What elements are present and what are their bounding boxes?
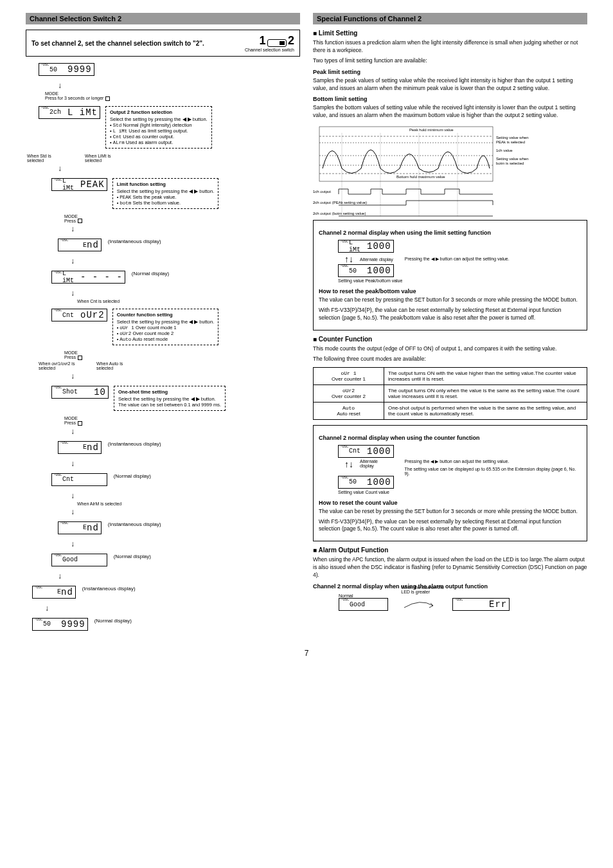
peak-p: Samples the peak values of setting value… — [313, 77, 587, 93]
when-alrm-label: When AlrM is selected — [77, 502, 300, 506]
reset-count-p1: The value can be reset by pressing the S… — [319, 508, 582, 516]
seg-end-final: ▫DSC E nd — [32, 586, 76, 599]
seg-cnt2: ▫DSC Cnt — [51, 473, 107, 486]
table-row: oUr2Over counter 2 The output turns ON o… — [314, 384, 587, 402]
limit-title: ■ Limit Setting — [313, 30, 587, 37]
normal-label-3: (Normal display) — [114, 554, 151, 559]
seg-initial: ▫DSC 50 9999 — [39, 63, 94, 76]
seg-cnt: ▫DSC Cnt oUr2 — [51, 309, 107, 321]
when-std-label: When Std is selected — [27, 154, 59, 163]
normal-label-4: (Normal display) — [94, 618, 132, 624]
counter-title: ■ Counter Function — [313, 336, 587, 343]
alarm-title: ■ Alarm Output Function — [313, 547, 587, 554]
svg-text:2ch output (botm setting value: 2ch output (botm setting value) — [313, 212, 366, 215]
counter-p1: This mode counts the output (edge of OFF… — [313, 345, 587, 353]
svg-text:2ch output (PEAk setting value: 2ch output (PEAk setting value) — [313, 201, 367, 204]
when-cnt-label: When Cnt is selected — [77, 299, 300, 303]
peak-title: Peak limit setting — [313, 69, 587, 75]
svg-text:1ch value: 1ch value — [496, 149, 513, 152]
counter-fn-box: Counter function setting Select the sett… — [112, 309, 219, 345]
seg-end2: ▫DSC E nd — [58, 441, 102, 454]
seg-box2-1: ▫DSC Cnt 1000 — [338, 445, 394, 458]
svg-text:botm is selected: botm is selected — [496, 161, 524, 165]
reset-peak-p2: With FS-V33(P)/34(P), the value can be r… — [319, 307, 582, 322]
instant-label-2: (Instantaneous display) — [108, 441, 161, 447]
seg-good: ▫DSC Good — [51, 554, 107, 566]
seg-shot: ▫DSC Shot 10 — [51, 386, 109, 399]
limit-display-box: Channel 2 normal display when using the … — [313, 220, 587, 330]
instruction-box: To set channel 2, set the channel select… — [26, 30, 300, 57]
when-ovr-label: When ovr1/ovr2 is selected — [39, 361, 77, 370]
table-row: oUr 1Over counter 1 The output turns ON … — [314, 367, 587, 384]
out2-fn-box: Output 2 function selection Select the s… — [105, 106, 212, 149]
seg-2ch: ▫DSC 2ch L iMt — [39, 106, 100, 119]
waveform-graph: Peak hold minimum value Setting value wh… — [313, 123, 587, 213]
seg-box2-2: ▫DSC 50 1000 — [338, 476, 394, 489]
limit-p2: Two types of limit setting function are … — [313, 57, 587, 65]
svg-text:Setting value when: Setting value when — [496, 157, 529, 161]
instruction-text: To set channel 2, set the channel select… — [31, 40, 204, 47]
count-modes-table: oUr 1Over counter 1 The output turns ON … — [313, 367, 587, 420]
seg-alarm-good: ▫DSC Good — [339, 598, 388, 611]
counter-p2: The following three count modes are avai… — [313, 356, 587, 363]
seg-limt-peak: ▫DSC L iMt PEAK — [51, 178, 107, 191]
svg-text:PEAk is selected: PEAk is selected — [496, 140, 525, 144]
svg-text:Setting value when: Setting value when — [496, 136, 529, 140]
instant-label-3: (Instantaneous display) — [108, 521, 161, 527]
oneshot-box: One-shot time setting Select the setting… — [114, 386, 226, 411]
counter-display-box: Channel 2 normal display when using the … — [313, 425, 587, 542]
alarm-p: When using the APC function, the alarm o… — [313, 556, 587, 579]
page-number: 7 — [26, 649, 587, 658]
seg-alarm-err: ▫DSC Err — [452, 598, 510, 611]
switch-graphic: 1 2 Channel selection switch — [245, 34, 294, 52]
svg-text:Bottom hold maximum value: Bottom hold maximum value — [396, 175, 445, 179]
bottom-title: Bottom limit setting — [313, 96, 587, 102]
table-row: AutoAuto reset One-shot output is perfor… — [314, 402, 587, 419]
svg-text:1ch output: 1ch output — [313, 190, 331, 194]
seg-box1-1: ▫DSC L iMt 1000 — [338, 240, 394, 253]
svg-text:Peak hold minimum value: Peak hold minimum value — [409, 128, 454, 132]
instant-label: (Instantaneous display) — [108, 239, 161, 244]
normal-label-2: (Normal display) — [114, 473, 151, 479]
normal-label: (Normal display) — [132, 271, 169, 276]
bottom-p: Samples the bottom values of setting val… — [313, 104, 587, 120]
reset-count-title: How to reset the count value — [319, 500, 582, 506]
reset-count-p2: With FS-V33(P)/34(P), the value can be r… — [319, 518, 582, 534]
when-limt-label: When LiMt is selected — [85, 154, 123, 163]
seg-end1: ▫DSC E nd — [58, 239, 102, 251]
alarm-display-row: Normal ▫DSC Good When the load on the LE… — [339, 593, 587, 611]
seg-limt-dash: ▫DSC L iMt - - - - — [51, 271, 125, 284]
instant-label-4: (Instantaneous display) — [82, 586, 136, 592]
limit-p1: This function issues a prediction alarm … — [313, 39, 587, 55]
reset-peak-p1: The value can be reset by pressing the S… — [319, 296, 582, 304]
seg-box1-2: ▫DSC 50 1000 — [338, 264, 394, 277]
left-header: Channel Selection Switch 2 — [26, 13, 300, 24]
seg-final: ▫DSC 50 9999 — [32, 618, 88, 631]
when-auto-label: When Auto is selected — [96, 361, 135, 370]
limit-fn-box: Limit function setting Select the settin… — [112, 178, 219, 209]
right-header: Special Functions of Channel 2 — [313, 13, 587, 24]
seg-end3: ▫DSC E nd — [58, 521, 102, 534]
flowchart: ▫DSC 50 9999 ↓ MODEPress for 3 seconds o… — [26, 63, 300, 631]
reset-peak-title: How to reset the peak/bottom value — [319, 288, 582, 294]
